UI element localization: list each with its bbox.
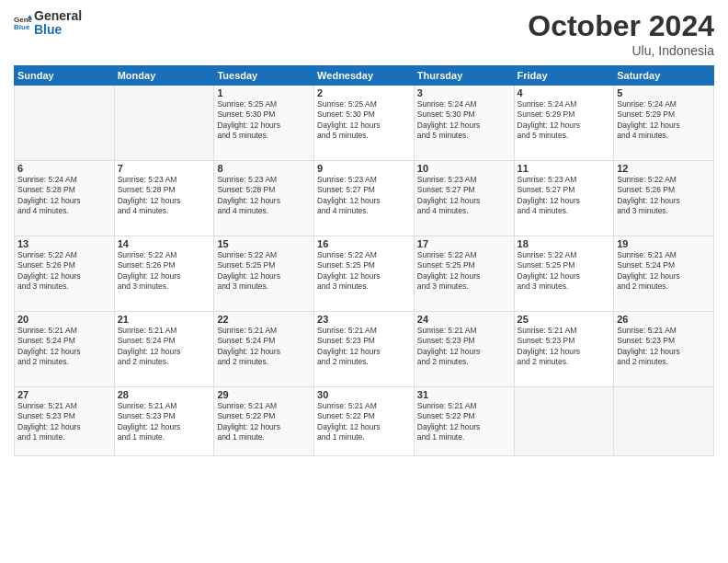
table-cell: 12Sunrise: 5:22 AMSunset: 5:26 PMDayligh… xyxy=(614,161,714,236)
day-info: Sunrise: 5:21 AMSunset: 5:24 PMDaylight:… xyxy=(118,326,211,368)
table-cell xyxy=(114,86,214,161)
col-tuesday: Tuesday xyxy=(214,66,314,86)
calendar-week-row: 27Sunrise: 5:21 AMSunset: 5:23 PMDayligh… xyxy=(15,387,714,456)
day-number: 22 xyxy=(217,314,311,325)
table-cell: 2Sunrise: 5:25 AMSunset: 5:30 PMDaylight… xyxy=(314,86,415,161)
day-number: 24 xyxy=(417,314,511,325)
day-info: Sunrise: 5:23 AMSunset: 5:28 PMDaylight:… xyxy=(118,175,211,217)
day-number: 18 xyxy=(518,238,611,249)
day-number: 13 xyxy=(17,238,111,249)
day-number: 30 xyxy=(317,389,411,400)
day-info: Sunrise: 5:25 AMSunset: 5:30 PMDaylight:… xyxy=(317,99,411,142)
table-cell: 14Sunrise: 5:22 AMSunset: 5:26 PMDayligh… xyxy=(114,236,214,312)
day-number: 9 xyxy=(317,163,411,174)
table-cell: 21Sunrise: 5:21 AMSunset: 5:24 PMDayligh… xyxy=(114,312,214,387)
day-number: 25 xyxy=(518,314,611,325)
table-cell: 1Sunrise: 5:25 AMSunset: 5:30 PMDaylight… xyxy=(214,86,314,161)
logo-blue-text: Blue xyxy=(34,23,82,37)
calendar-week-row: 20Sunrise: 5:21 AMSunset: 5:24 PMDayligh… xyxy=(15,312,714,387)
calendar-page: General Blue General Blue October 2024 U… xyxy=(0,0,728,563)
table-cell: 10Sunrise: 5:23 AMSunset: 5:27 PMDayligh… xyxy=(414,161,514,236)
day-info: Sunrise: 5:21 AMSunset: 5:24 PMDaylight:… xyxy=(617,250,711,293)
day-number: 17 xyxy=(417,238,511,249)
table-cell: 22Sunrise: 5:21 AMSunset: 5:24 PMDayligh… xyxy=(214,312,314,387)
day-info: Sunrise: 5:24 AMSunset: 5:29 PMDaylight:… xyxy=(518,99,611,142)
day-number: 4 xyxy=(518,87,611,98)
day-info: Sunrise: 5:23 AMSunset: 5:27 PMDaylight:… xyxy=(317,175,411,217)
table-cell: 16Sunrise: 5:22 AMSunset: 5:25 PMDayligh… xyxy=(314,236,415,312)
table-cell: 23Sunrise: 5:21 AMSunset: 5:23 PMDayligh… xyxy=(314,312,415,387)
day-info: Sunrise: 5:21 AMSunset: 5:23 PMDaylight:… xyxy=(317,326,411,368)
day-number: 7 xyxy=(118,163,211,174)
day-number: 20 xyxy=(17,314,111,325)
table-cell: 11Sunrise: 5:23 AMSunset: 5:27 PMDayligh… xyxy=(514,161,614,236)
calendar-header-row: Sunday Monday Tuesday Wednesday Thursday… xyxy=(15,66,714,86)
day-number: 19 xyxy=(617,238,711,249)
day-info: Sunrise: 5:23 AMSunset: 5:27 PMDaylight:… xyxy=(417,175,511,217)
day-info: Sunrise: 5:21 AMSunset: 5:24 PMDaylight:… xyxy=(17,326,111,368)
day-number: 8 xyxy=(217,163,311,174)
day-number: 12 xyxy=(617,163,711,174)
day-number: 15 xyxy=(217,238,311,249)
day-number: 14 xyxy=(118,238,211,249)
table-cell: 20Sunrise: 5:21 AMSunset: 5:24 PMDayligh… xyxy=(15,312,115,387)
day-number: 6 xyxy=(17,163,111,174)
day-number: 11 xyxy=(518,163,611,174)
table-cell: 24Sunrise: 5:21 AMSunset: 5:23 PMDayligh… xyxy=(414,312,514,387)
table-cell: 5Sunrise: 5:24 AMSunset: 5:29 PMDaylight… xyxy=(614,86,714,161)
day-info: Sunrise: 5:23 AMSunset: 5:27 PMDaylight:… xyxy=(518,175,611,217)
day-info: Sunrise: 5:22 AMSunset: 5:26 PMDaylight:… xyxy=(118,250,211,293)
table-cell: 15Sunrise: 5:22 AMSunset: 5:25 PMDayligh… xyxy=(214,236,314,312)
table-cell: 17Sunrise: 5:22 AMSunset: 5:25 PMDayligh… xyxy=(414,236,514,312)
table-cell: 28Sunrise: 5:21 AMSunset: 5:23 PMDayligh… xyxy=(114,387,214,456)
col-friday: Friday xyxy=(514,66,614,86)
calendar-week-row: 6Sunrise: 5:24 AMSunset: 5:28 PMDaylight… xyxy=(15,161,714,236)
day-number: 16 xyxy=(317,238,411,249)
table-cell: 13Sunrise: 5:22 AMSunset: 5:26 PMDayligh… xyxy=(15,236,115,312)
day-info: Sunrise: 5:22 AMSunset: 5:25 PMDaylight:… xyxy=(317,250,411,293)
svg-text:Blue: Blue xyxy=(14,24,30,32)
logo: General Blue General Blue xyxy=(14,9,82,38)
table-cell xyxy=(514,387,614,456)
day-info: Sunrise: 5:22 AMSunset: 5:26 PMDaylight:… xyxy=(617,175,711,217)
day-info: Sunrise: 5:21 AMSunset: 5:22 PMDaylight:… xyxy=(217,401,311,443)
day-info: Sunrise: 5:21 AMSunset: 5:23 PMDaylight:… xyxy=(617,326,711,368)
header: General Blue General Blue October 2024 U… xyxy=(14,9,714,58)
table-cell: 6Sunrise: 5:24 AMSunset: 5:28 PMDaylight… xyxy=(15,161,115,236)
day-number: 10 xyxy=(417,163,511,174)
day-info: Sunrise: 5:21 AMSunset: 5:23 PMDaylight:… xyxy=(17,401,111,443)
table-cell: 7Sunrise: 5:23 AMSunset: 5:28 PMDaylight… xyxy=(114,161,214,236)
day-info: Sunrise: 5:21 AMSunset: 5:22 PMDaylight:… xyxy=(417,401,511,443)
col-sunday: Sunday xyxy=(15,66,115,86)
day-info: Sunrise: 5:22 AMSunset: 5:26 PMDaylight:… xyxy=(17,250,111,293)
day-number: 26 xyxy=(617,314,711,325)
logo-icon: General Blue xyxy=(14,14,32,32)
day-number: 27 xyxy=(17,389,111,400)
calendar-table: Sunday Monday Tuesday Wednesday Thursday… xyxy=(14,65,714,456)
day-number: 21 xyxy=(118,314,211,325)
day-info: Sunrise: 5:24 AMSunset: 5:30 PMDaylight:… xyxy=(417,99,511,142)
table-cell: 3Sunrise: 5:24 AMSunset: 5:30 PMDaylight… xyxy=(414,86,514,161)
table-cell: 26Sunrise: 5:21 AMSunset: 5:23 PMDayligh… xyxy=(614,312,714,387)
table-cell: 8Sunrise: 5:23 AMSunset: 5:28 PMDaylight… xyxy=(214,161,314,236)
day-info: Sunrise: 5:24 AMSunset: 5:29 PMDaylight:… xyxy=(617,99,711,142)
day-info: Sunrise: 5:25 AMSunset: 5:30 PMDaylight:… xyxy=(217,99,311,142)
day-info: Sunrise: 5:22 AMSunset: 5:25 PMDaylight:… xyxy=(217,250,311,293)
calendar-week-row: 1Sunrise: 5:25 AMSunset: 5:30 PMDaylight… xyxy=(15,86,714,161)
day-info: Sunrise: 5:21 AMSunset: 5:24 PMDaylight:… xyxy=(217,326,311,368)
month-title: October 2024 xyxy=(528,9,714,43)
table-cell: 31Sunrise: 5:21 AMSunset: 5:22 PMDayligh… xyxy=(414,387,514,456)
table-cell: 9Sunrise: 5:23 AMSunset: 5:27 PMDaylight… xyxy=(314,161,415,236)
table-cell: 25Sunrise: 5:21 AMSunset: 5:23 PMDayligh… xyxy=(514,312,614,387)
title-block: October 2024 Ulu, Indonesia xyxy=(528,9,714,58)
day-number: 3 xyxy=(417,87,511,98)
table-cell: 4Sunrise: 5:24 AMSunset: 5:29 PMDaylight… xyxy=(514,86,614,161)
day-number: 29 xyxy=(217,389,311,400)
day-info: Sunrise: 5:22 AMSunset: 5:25 PMDaylight:… xyxy=(518,250,611,293)
table-cell xyxy=(614,387,714,456)
logo-general-text: General xyxy=(34,9,82,23)
day-info: Sunrise: 5:21 AMSunset: 5:23 PMDaylight:… xyxy=(417,326,511,368)
day-number: 28 xyxy=(118,389,211,400)
day-number: 5 xyxy=(617,87,711,98)
table-cell: 30Sunrise: 5:21 AMSunset: 5:22 PMDayligh… xyxy=(314,387,415,456)
